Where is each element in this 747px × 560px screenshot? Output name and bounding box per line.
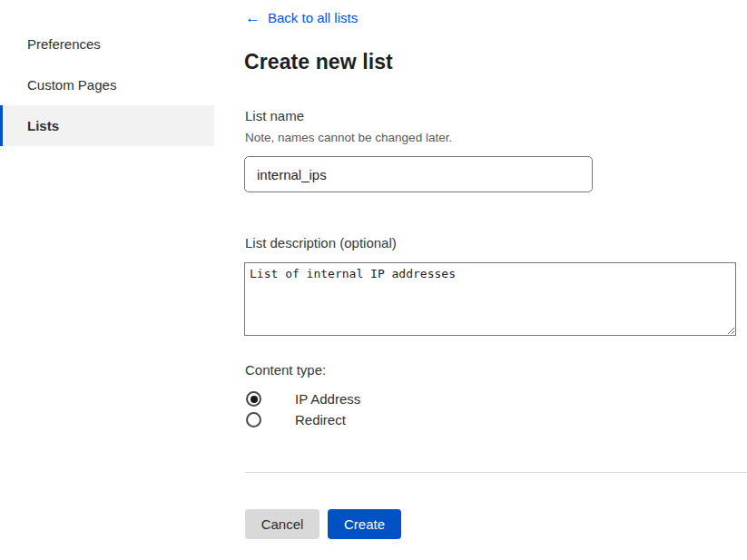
sidebar-item-lists[interactable]: Lists [0,105,214,146]
back-arrow-icon: ← [245,10,260,25]
settings-sidebar: Preferences Custom Pages Lists [0,24,214,146]
content-type-option-redirect[interactable]: Redirect [246,412,346,427]
list-name-label: List name [245,108,304,123]
back-to-all-lists-link[interactable]: ← Back to all lists [245,10,358,25]
create-button[interactable]: Create [328,509,401,539]
content-type-label: Content type: [245,362,326,378]
content-type-option-ip-address[interactable]: IP Address [246,391,360,407]
list-name-input[interactable] [244,156,593,192]
sidebar-item-label: Preferences [27,36,101,52]
sidebar-item-label: Custom Pages [27,77,116,93]
back-link-label: Back to all lists [268,10,358,25]
radio-label: Redirect [295,412,346,427]
sidebar-item-preferences[interactable]: Preferences [0,24,214,64]
page-title: Create new list [244,50,393,74]
list-description-textarea[interactable]: List of internal IP addresses [244,262,736,336]
cancel-button[interactable]: Cancel [245,509,319,539]
radio-button-icon[interactable] [246,412,261,427]
sidebar-item-label: Lists [27,118,59,133]
list-description-label: List description (optional) [245,235,397,251]
list-name-note: Note, names cannot be changed later. [245,131,452,144]
radio-button-icon[interactable] [246,391,261,407]
section-divider [245,472,747,473]
sidebar-item-custom-pages[interactable]: Custom Pages [0,64,214,105]
radio-label: IP Address [295,391,360,407]
